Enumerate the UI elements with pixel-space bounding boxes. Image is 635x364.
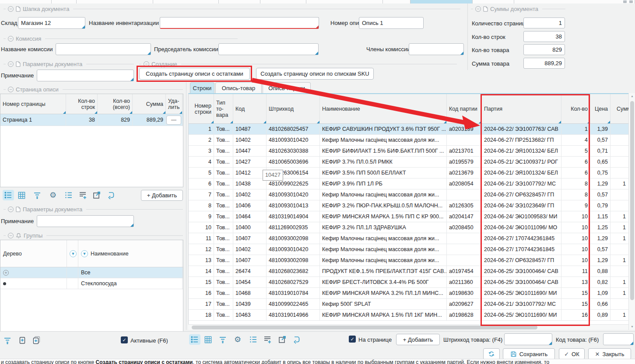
ok-button[interactable]: ✓ОК: [559, 348, 585, 360]
table-row[interactable]: 16Тов...104684810319010784КЕФИР МИНСКАЯ …: [189, 288, 628, 299]
table-row[interactable]: 1Тов...104874810268025457КЕФИР САВУШКИН …: [189, 124, 628, 135]
table-row[interactable]: 18Тов...104634810319014966КЕФИР МИНСКАЯ …: [189, 310, 628, 321]
column-header[interactable]: Наименование: [320, 94, 447, 123]
inventory-name-input[interactable]: [160, 17, 319, 29]
top-tab[interactable]: [219, 0, 260, 4]
column-header[interactable]: Штрихкод: [267, 94, 320, 123]
scrollbar-thumb[interactable]: [192, 326, 537, 329]
open-external-icon[interactable]: [277, 334, 288, 345]
table-row[interactable]: 11Тов...104074810093002098Кефир Малочны …: [189, 233, 628, 244]
expand-icon[interactable]: +: [3, 270, 9, 276]
collapse-icon[interactable]: −: [144, 61, 149, 67]
collapse-icon[interactable]: −: [8, 36, 14, 42]
table-row[interactable]: 4Тов...104274810065003696КЕФИР 3.7% ПЛ.0…: [189, 157, 628, 168]
table-row[interactable]: 3Тов...104474810263030388КЕФИР БИФИЛАКТ …: [189, 146, 628, 157]
commission-name-input[interactable]: [56, 43, 151, 55]
top-tab[interactable]: [383, 0, 410, 4]
column-header[interactable]: Сумма: [133, 94, 166, 114]
column-header[interactable]: Цена: [590, 94, 610, 123]
add-page-button[interactable]: + Добавить: [141, 190, 183, 201]
column-header[interactable]: Тип то-вара: [214, 94, 233, 123]
reload-icon[interactable]: [291, 334, 302, 345]
reload-icon[interactable]: [105, 190, 116, 200]
add-document-icon[interactable]: [17, 335, 28, 346]
open-external-icon[interactable]: [91, 190, 102, 200]
group-row[interactable]: Стеклопосуда: [0, 278, 183, 289]
rows-count-input[interactable]: [523, 31, 565, 42]
column-header[interactable]: Номер строки: [189, 94, 214, 123]
note-input[interactable]: [37, 70, 134, 81]
collapse-icon[interactable]: −: [8, 87, 14, 92]
goods-count-input[interactable]: [523, 44, 565, 55]
column-header[interactable]: Партия: [482, 94, 561, 123]
delete-page-button[interactable]: —: [166, 116, 181, 125]
table-row[interactable]: 15Тов...104544810268027529КЕФИР БРЕСТ-ЛИ…: [189, 277, 628, 288]
active-checkbox[interactable]: ✓: [121, 336, 128, 343]
column-header[interactable]: Код: [233, 94, 267, 123]
collapse-icon[interactable]: −: [8, 61, 14, 67]
top-tab[interactable]: [260, 0, 306, 4]
column-header[interactable]: Номер страницы: [0, 94, 66, 114]
column-header[interactable]: Кол-во строк: [66, 94, 98, 114]
vertical-scrollbar[interactable]: ▲ ▼: [628, 93, 635, 330]
view-grid-icon[interactable]: [202, 334, 214, 345]
scroll-up-arrow[interactable]: ▲: [629, 93, 635, 99]
scrollbar-thumb[interactable]: [630, 101, 634, 300]
commission-members-input[interactable]: [409, 43, 464, 55]
onpage-checkbox[interactable]: ✓: [349, 336, 356, 343]
table-row[interactable]: 12Тов...104024810093010420Кефир Малочны …: [189, 244, 628, 255]
settings-gear-icon[interactable]: ⚙: [47, 190, 59, 200]
table-row[interactable]: 10Тов...104004811269002935КЕФИР 3.2% ПЛ.…: [189, 222, 628, 233]
goods-sum-input[interactable]: [523, 58, 565, 69]
table-row[interactable]: 17Тов...104394810099022465Кефир 500Г SPL…: [189, 299, 628, 310]
collapse-icon[interactable]: −: [8, 6, 14, 12]
column-header[interactable]: Кол-во (всего): [98, 94, 133, 114]
barcode-input[interactable]: [504, 333, 552, 345]
tab-rows[interactable]: Строки: [190, 82, 214, 93]
column-header[interactable]: Сумма: [610, 94, 628, 123]
column-header-tree[interactable]: Дерево: [0, 240, 67, 267]
commission-chair-input[interactable]: [218, 43, 319, 55]
settings-gear-icon[interactable]: ⚙: [232, 334, 243, 345]
collapse-icon[interactable]: −: [8, 233, 14, 238]
numbered-list-icon[interactable]: [63, 190, 74, 200]
top-tab[interactable]: [473, 0, 514, 4]
code-input[interactable]: [603, 333, 634, 345]
add-documents-copy-icon[interactable]: [31, 335, 42, 346]
filter-icon[interactable]: [32, 190, 43, 200]
filter-icon[interactable]: [217, 334, 228, 345]
chevron-down-icon[interactable]: ▼: [81, 250, 88, 257]
top-tab[interactable]: [77, 0, 153, 4]
view-list-icon[interactable]: [3, 190, 14, 200]
create-page-with-rests-button[interactable]: Создать страницу описи с остатками: [139, 68, 250, 80]
tab-opis-tovar[interactable]: Опись-товар: [215, 82, 262, 93]
top-tab[interactable]: [0, 0, 52, 4]
filter-icon[interactable]: [2, 335, 13, 346]
chevron-down-icon[interactable]: ▼: [70, 250, 77, 257]
table-row[interactable]: 8Тов...104064810093010413КЕФИР 3.2% ПЮР-…: [189, 200, 628, 211]
column-header[interactable]: Кол-во: [561, 94, 590, 123]
top-tab-active[interactable]: [410, 0, 473, 4]
table-row[interactable]: 5Тов...104124810263006154КЕФИР 3.5% П/П …: [189, 168, 628, 178]
horizontal-scrollbar[interactable]: [188, 324, 628, 330]
window-icon[interactable]: [629, 0, 633, 3]
add-row-button[interactable]: + Добавить: [396, 334, 440, 345]
create-page-by-sku-button[interactable]: Создать страницу описи по спискам SKU: [256, 68, 374, 80]
top-tab[interactable]: [153, 0, 219, 4]
table-row[interactable]: 7Тов...104024810093010420Кефир Малочны г…: [189, 189, 628, 200]
add-list-icon[interactable]: [77, 190, 88, 200]
collapse-icon[interactable]: −: [475, 6, 481, 12]
table-row[interactable]: 9Тов...104644810319014904КЕФИР МИНСКАЯ М…: [189, 211, 628, 222]
add-list-icon[interactable]: [262, 334, 273, 345]
table-row[interactable]: 2Тов...104024810093010420Кефир Малочны г…: [189, 135, 628, 146]
scroll-down-arrow[interactable]: ▼: [629, 324, 635, 330]
table-row[interactable]: 6Тов...104384810099022625КЕФИР 3.9% П/П …: [189, 178, 628, 189]
top-tab[interactable]: [306, 0, 383, 4]
tree-filter-cell[interactable]: ▼: [67, 240, 78, 267]
note-input-bottom[interactable]: [37, 215, 134, 227]
view-grid-icon[interactable]: [16, 190, 27, 200]
table-row[interactable]: 13Тов...104074810093002098Кефир Малочны …: [189, 255, 628, 266]
numbered-list-icon[interactable]: [248, 334, 259, 345]
column-header[interactable]: Уда-лить: [166, 94, 182, 114]
close-button[interactable]: ✕Закрыть: [588, 348, 631, 360]
